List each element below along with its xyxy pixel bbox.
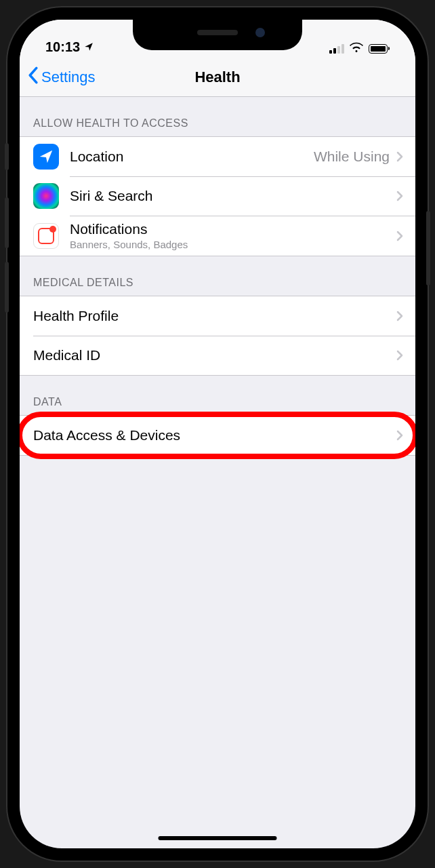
back-button[interactable]: Settings [28, 66, 96, 88]
chevron-right-icon [396, 191, 403, 201]
chevron-right-icon [396, 430, 403, 441]
back-label: Settings [41, 68, 96, 86]
settings-content: ALLOW HEALTH TO ACCESS Location While Us… [20, 97, 415, 456]
volume-up-button [5, 197, 9, 248]
cell-label: Data Access & Devices [33, 427, 396, 443]
cell-medical-id[interactable]: Medical ID [20, 336, 415, 375]
chevron-left-icon [28, 66, 39, 88]
section-header-medical: MEDICAL DETAILS [20, 256, 415, 296]
status-right [329, 42, 390, 55]
section-header-access: ALLOW HEALTH TO ACCESS [20, 97, 415, 136]
cell-label: Location [70, 149, 314, 165]
siri-icon [33, 183, 59, 209]
home-indicator[interactable] [159, 836, 277, 840]
page-title: Health [194, 68, 240, 86]
phone-frame: 10:13 [7, 7, 428, 861]
cellular-signal-icon [329, 44, 344, 54]
chevron-right-icon [396, 231, 403, 241]
cell-label: Siri & Search [70, 188, 396, 204]
location-icon [33, 144, 59, 170]
chevron-right-icon [396, 311, 403, 321]
navigation-bar: Settings Health [20, 58, 415, 97]
cell-location[interactable]: Location While Using [20, 137, 415, 176]
cell-label: Notifications [70, 221, 396, 237]
cell-group-access: Location While Using Siri & Search [20, 136, 415, 256]
chevron-right-icon [396, 350, 403, 361]
cell-group-data: Data Access & Devices [20, 415, 415, 456]
battery-icon [369, 44, 390, 54]
cell-siri-search[interactable]: Siri & Search [20, 176, 415, 216]
cell-group-medical: Health Profile Medical ID [20, 296, 415, 376]
cell-notifications[interactable]: Notifications Banners, Sounds, Badges [20, 216, 415, 256]
cell-label: Medical ID [33, 347, 396, 363]
notifications-icon [33, 223, 59, 249]
speaker-grille [197, 30, 238, 35]
chevron-right-icon [396, 151, 403, 162]
cell-health-profile[interactable]: Health Profile [20, 296, 415, 336]
cell-data-access-devices[interactable]: Data Access & Devices [20, 416, 415, 455]
location-services-icon [84, 39, 94, 55]
cell-value: While Using [314, 149, 390, 165]
cell-sublabel: Banners, Sounds, Badges [70, 239, 396, 250]
status-time: 10:13 [45, 39, 80, 55]
device-notch [133, 20, 302, 50]
phone-screen: 10:13 [20, 20, 415, 848]
status-left: 10:13 [45, 39, 94, 55]
front-camera [255, 28, 265, 37]
cell-label: Health Profile [33, 308, 396, 324]
power-button [426, 211, 430, 285]
volume-down-button [5, 262, 9, 313]
section-header-data: DATA [20, 376, 415, 415]
mute-switch [5, 143, 9, 170]
wifi-icon [350, 42, 363, 55]
